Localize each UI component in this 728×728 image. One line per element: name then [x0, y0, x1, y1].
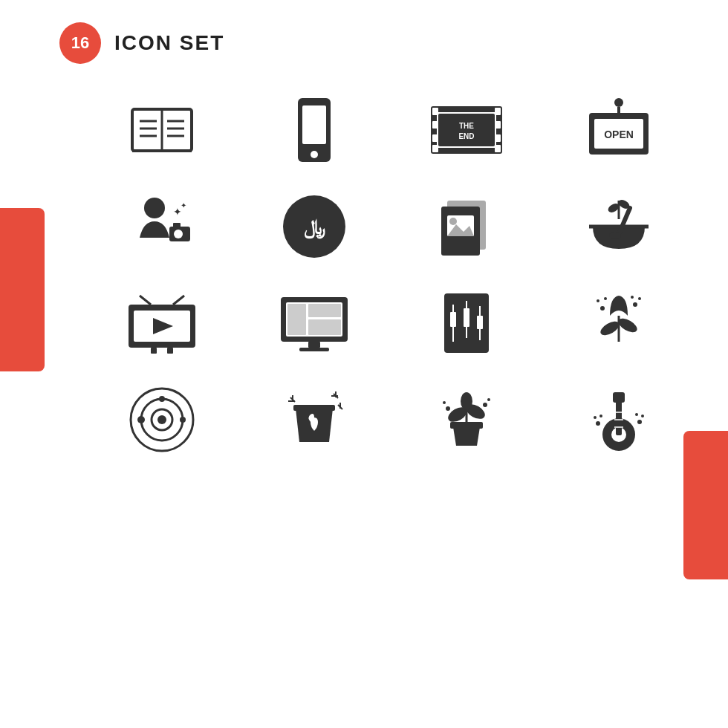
smartphone-icon — [249, 97, 379, 163]
svg-rect-15 — [432, 121, 438, 129]
svg-point-75 — [604, 297, 607, 300]
svg-point-32 — [174, 230, 183, 238]
person-camera-icon: ✦ ✦ — [97, 193, 227, 260]
svg-line-52 — [173, 296, 184, 305]
svg-point-84 — [159, 396, 165, 402]
svg-point-85 — [180, 417, 186, 423]
flower-pot-icon — [553, 290, 683, 357]
svg-text:THE: THE — [459, 122, 474, 130]
svg-rect-67 — [464, 308, 469, 327]
svg-point-111 — [637, 420, 642, 424]
open-sign-icon: OPEN — [553, 97, 683, 163]
svg-point-41 — [449, 218, 457, 225]
coffee-celebration-icon — [249, 386, 379, 453]
svg-rect-60 — [308, 319, 341, 335]
svg-rect-22 — [438, 114, 495, 146]
svg-point-109 — [594, 416, 597, 419]
icon-count-badge: 16 — [59, 22, 101, 64]
svg-point-112 — [641, 415, 644, 417]
svg-point-110 — [599, 415, 602, 417]
file-image-icon — [401, 193, 531, 260]
svg-rect-59 — [308, 304, 341, 317]
svg-rect-17 — [432, 145, 438, 152]
svg-point-83 — [137, 416, 145, 423]
svg-point-101 — [443, 401, 446, 404]
svg-point-30 — [144, 198, 165, 218]
svg-point-100 — [446, 406, 450, 411]
svg-point-113 — [635, 413, 638, 416]
svg-rect-21 — [495, 145, 501, 152]
decorative-right — [683, 431, 728, 579]
solar-system-icon — [97, 386, 227, 453]
svg-point-99 — [461, 392, 472, 410]
icon-grid: THE END OPEN ✦ ✦ — [97, 97, 683, 453]
svg-text:﷼: ﷼ — [303, 216, 325, 239]
svg-rect-33 — [173, 223, 181, 227]
svg-point-74 — [597, 299, 599, 302]
file-chart-icon — [401, 290, 531, 357]
svg-point-103 — [487, 398, 490, 401]
svg-rect-86 — [293, 405, 335, 411]
svg-point-108 — [596, 421, 600, 426]
header: 16 ICON SET — [59, 22, 224, 64]
svg-point-25 — [614, 98, 623, 107]
badge-number: 16 — [71, 33, 89, 53]
svg-rect-62 — [299, 348, 329, 351]
svg-rect-107 — [613, 392, 625, 403]
svg-text:✦: ✦ — [181, 201, 186, 209]
book-open-icon — [97, 97, 227, 163]
svg-rect-55 — [167, 348, 173, 354]
svg-rect-95 — [450, 422, 483, 429]
svg-rect-16 — [432, 134, 438, 142]
mortar-pestle-icon — [553, 193, 683, 260]
rial-currency-icon: ﷼ — [249, 193, 379, 260]
svg-point-78 — [631, 296, 634, 299]
svg-rect-54 — [151, 348, 157, 354]
svg-rect-10 — [302, 105, 326, 144]
svg-point-73 — [600, 306, 605, 311]
svg-point-77 — [638, 297, 641, 300]
svg-text:END: END — [458, 132, 474, 140]
svg-rect-14 — [432, 108, 438, 115]
monitor-layout-icon — [249, 290, 379, 357]
svg-rect-20 — [495, 134, 501, 142]
svg-rect-18 — [495, 108, 501, 115]
svg-rect-58 — [287, 304, 306, 335]
svg-point-76 — [633, 302, 637, 307]
guitar-icon — [553, 386, 683, 453]
svg-rect-69 — [477, 316, 483, 329]
svg-line-51 — [140, 296, 151, 305]
svg-point-82 — [157, 415, 166, 424]
film-end-icon: THE END — [401, 97, 531, 163]
svg-point-11 — [311, 151, 318, 158]
svg-rect-106 — [616, 401, 622, 435]
svg-text:OPEN: OPEN — [604, 129, 634, 140]
svg-rect-65 — [450, 312, 456, 327]
tv-play-icon — [97, 290, 227, 357]
svg-rect-61 — [308, 342, 320, 348]
svg-point-45 — [609, 232, 621, 239]
header-title: ICON SET — [114, 31, 224, 55]
plant-pot-icon — [401, 386, 531, 453]
decorative-left — [0, 208, 45, 371]
svg-rect-19 — [495, 121, 501, 129]
svg-point-102 — [483, 403, 487, 407]
